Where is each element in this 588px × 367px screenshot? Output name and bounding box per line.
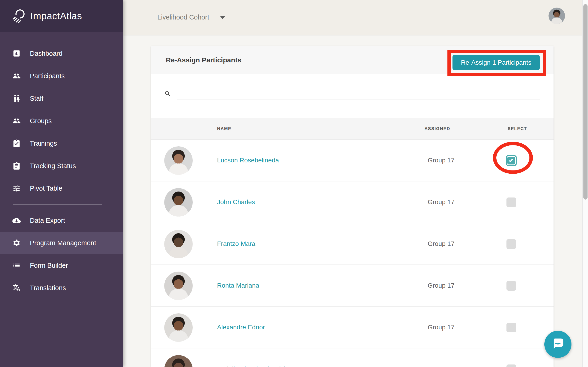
sidebar-item-program-management[interactable]: Program Management: [0, 232, 123, 254]
sidebar-item-label: Groups: [30, 117, 52, 125]
assigned-group: Group 17: [428, 365, 455, 367]
sidebar-item-label: Dashboard: [30, 50, 62, 57]
sidebar-item-tracking-status[interactable]: Tracking Status: [0, 155, 123, 177]
translate-icon: [12, 284, 21, 292]
sidebar-item-label: Form Builder: [30, 262, 68, 269]
sidebar-item-label: Tracking Status: [30, 162, 76, 170]
sidebar-item-staff[interactable]: Staff: [0, 87, 123, 110]
participant-name-link[interactable]: Frantzo Mara: [217, 240, 255, 248]
assigned-group: Group 17: [428, 157, 455, 164]
sidebar-item-participants[interactable]: Participants: [0, 65, 123, 87]
column-header-name: NAME: [217, 126, 231, 131]
people-icon: [12, 72, 21, 80]
participant-avatar: [164, 355, 193, 367]
panel-header: Re-Assign Participants Re-Assign 1 Parti…: [151, 46, 553, 74]
sidebar-item-translations[interactable]: Translations: [0, 277, 123, 299]
user-avatar[interactable]: [548, 8, 565, 24]
sidebar-item-form-builder[interactable]: Form Builder: [0, 254, 123, 277]
clipboard-list-icon: [12, 162, 21, 170]
people-icon: [12, 117, 21, 125]
assigned-group: Group 17: [428, 282, 455, 289]
assigned-group: Group 17: [428, 240, 455, 248]
list-icon: [12, 261, 21, 269]
caret-down-icon: [220, 16, 225, 19]
participant-table-body: Lucson RosebelinedaGroup 17 ✔ John Charl…: [151, 140, 553, 367]
search-icon: [164, 90, 171, 97]
scrollbar-thumb[interactable]: [583, 4, 588, 200]
bar-chart-icon: [12, 49, 21, 58]
search-input[interactable]: [177, 81, 540, 100]
cohort-selector[interactable]: Livelihood Cohort: [157, 0, 225, 35]
participant-avatar: [164, 146, 193, 175]
participant-name-link[interactable]: Alexandre Ednor: [217, 324, 265, 331]
topbar: Livelihood Cohort: [123, 0, 582, 35]
sidebar-item-label: Participants: [30, 72, 65, 80]
clipboard-check-icon: [12, 139, 21, 148]
impactatlas-logo-icon: [11, 8, 27, 24]
column-header-assigned: ASSIGNED: [424, 126, 450, 131]
participant-checkbox[interactable]: [506, 365, 516, 367]
participant-checkbox[interactable]: [506, 198, 516, 207]
sidebar-item-dashboard[interactable]: Dashboard: [0, 42, 123, 65]
re-assign-button[interactable]: Re-Assign 1 Participants: [452, 55, 540, 70]
staff-icon: [12, 94, 21, 102]
page-title: Re-Assign Participants: [166, 56, 241, 64]
brand-name: ImpactAtlas: [30, 10, 82, 22]
participant-row: John CharlesGroup 17: [151, 181, 553, 223]
column-header-select: SELECT: [508, 126, 527, 131]
chat-launcher[interactable]: [544, 331, 571, 358]
sidebar-nav: DashboardParticipantsStaffGroupsTraining…: [0, 32, 123, 299]
participant-name-link[interactable]: Endalia Blanchard Reich: [217, 365, 288, 367]
gear-icon: [12, 239, 21, 247]
sidebar-item-label: Trainings: [30, 140, 57, 147]
cloud-download-icon: [12, 216, 21, 225]
sidebar-item-label: Staff: [30, 95, 43, 102]
chat-bubble-icon: [551, 337, 565, 352]
sidebar-item-trainings[interactable]: Trainings: [0, 132, 123, 155]
sidebar-item-data-export[interactable]: Data Export: [0, 209, 123, 232]
scrollbar[interactable]: [582, 0, 588, 367]
participant-row: Alexandre EdnorGroup 17: [151, 307, 553, 348]
sidebar-item-label: Translations: [30, 284, 66, 292]
participant-name-link[interactable]: John Charles: [217, 198, 255, 206]
sidebar-item-label: Program Management: [30, 239, 96, 247]
sidebar-divider: [13, 204, 102, 205]
participant-row: Frantzo MaraGroup 17: [151, 223, 553, 265]
participant-row: Lucson RosebelinedaGroup 17 ✔: [151, 140, 553, 181]
participant-avatar: [164, 272, 193, 300]
check-icon: ✔: [506, 155, 517, 166]
participant-avatar: [164, 188, 193, 217]
participant-name-link[interactable]: Lucson Rosebelineda: [217, 157, 279, 164]
sidebar: ImpactAtlas DashboardParticipantsStaffGr…: [0, 0, 123, 367]
participant-row: Endalia Blanchard ReichGroup 17: [151, 348, 553, 367]
participant-checkbox[interactable]: [506, 323, 516, 332]
reassign-panel: Re-Assign Participants Re-Assign 1 Parti…: [151, 46, 553, 367]
assigned-group: Group 17: [428, 324, 455, 331]
participant-avatar: [164, 230, 193, 258]
sidebar-item-label: Data Export: [30, 217, 65, 224]
table-header: NAME ASSIGNED SELECT: [151, 118, 553, 140]
sliders-icon: [12, 184, 21, 192]
cohort-selector-value: Livelihood Cohort: [157, 14, 209, 21]
logo: ImpactAtlas: [0, 0, 123, 32]
participant-row: Ronta MarianaGroup 17: [151, 265, 553, 307]
sidebar-item-label: Pivot Table: [30, 185, 62, 192]
sidebar-item-pivot-table[interactable]: Pivot Table: [0, 177, 123, 200]
participant-name-link[interactable]: Ronta Mariana: [217, 282, 259, 289]
participant-checkbox[interactable]: [506, 239, 516, 249]
participant-checkbox[interactable]: [506, 281, 516, 291]
participant-avatar: [164, 313, 193, 342]
sidebar-item-groups[interactable]: Groups: [0, 110, 123, 132]
participant-checkbox[interactable]: ✔: [506, 155, 517, 166]
assigned-group: Group 17: [428, 198, 455, 206]
